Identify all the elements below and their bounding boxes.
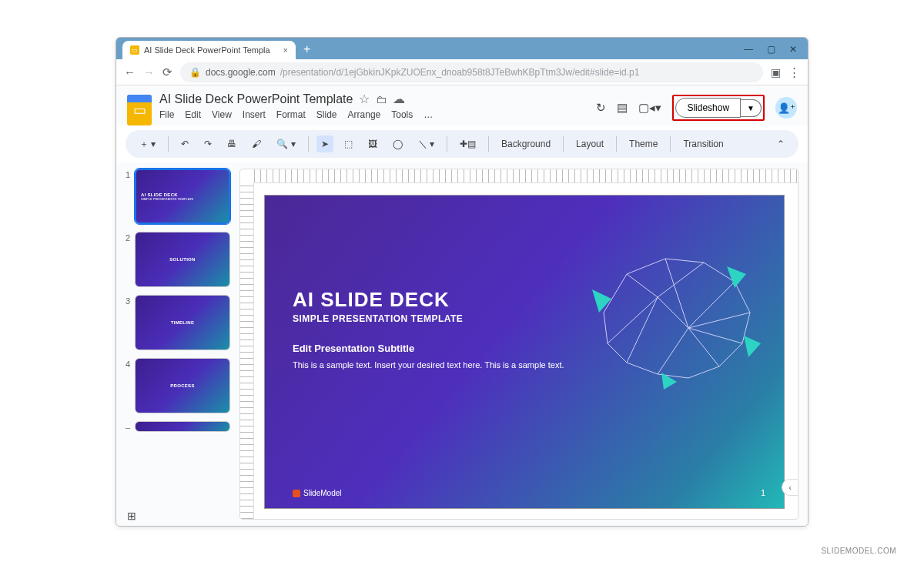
thumb-row: 4 PROCESS: [124, 358, 232, 413]
meet-icon[interactable]: ▢◂▾: [638, 101, 661, 115]
slide-subtitle[interactable]: SIMPLE PRESENTATION TEMPLATE: [293, 313, 583, 324]
slide-thumbnail-5[interactable]: [135, 421, 230, 432]
background-button[interactable]: Background: [497, 135, 555, 152]
bottom-bar: ⊞: [116, 506, 808, 526]
collapse-toolbar-icon[interactable]: ⌃: [772, 135, 789, 152]
slide-thumbnail-1[interactable]: AI SLIDE DECK SIMPLE PRESENTATION TEMPLA…: [135, 169, 230, 224]
menu-bar: File Edit View Insert Format Slide Arran…: [159, 109, 588, 120]
explore-button[interactable]: ‹: [782, 479, 798, 496]
watermark: SLIDEMODEL.COM: [821, 547, 896, 555]
maximize-icon[interactable]: ▢: [767, 44, 775, 55]
slideshow-highlight: Slideshow ▼: [672, 95, 765, 121]
minimize-icon[interactable]: —: [744, 44, 753, 55]
browser-tab[interactable]: ▭ AI Slide Deck PowerPoint Templa ×: [122, 41, 296, 59]
comment-icon[interactable]: ✚▤: [455, 135, 480, 152]
slideshow-dropdown[interactable]: ▼: [741, 99, 762, 117]
slide-body[interactable]: This is a sample text. Insert your desir…: [293, 359, 583, 372]
doc-title[interactable]: AI Slide Deck PowerPoint Template: [159, 92, 353, 106]
redo-icon[interactable]: ↷: [199, 135, 216, 152]
ruler-vertical: [240, 183, 254, 519]
chrome-window: ▭ AI Slide Deck PowerPoint Templa × + — …: [116, 37, 808, 527]
close-icon[interactable]: ✕: [789, 44, 797, 55]
menu-edit[interactable]: Edit: [185, 109, 201, 120]
menu-tools[interactable]: Tools: [391, 109, 413, 120]
cloud-icon[interactable]: ☁: [393, 92, 405, 106]
layout-button[interactable]: Layout: [571, 135, 608, 152]
forward-icon[interactable]: →: [143, 65, 155, 79]
doc-title-row: AI Slide Deck PowerPoint Template ☆ 🗀 ☁: [159, 92, 588, 106]
slide-edit-subtitle[interactable]: Edit Presentation Subtitle: [293, 343, 583, 354]
menu-more[interactable]: …: [424, 109, 433, 120]
new-slide-button[interactable]: ＋ ▾: [135, 135, 160, 154]
thumb-row: 2 SOLUTION: [124, 232, 232, 287]
url-host: docs.google.com: [206, 67, 276, 78]
lock-icon: 🔒: [189, 67, 201, 78]
reload-icon[interactable]: ⟳: [162, 65, 172, 79]
brain-graphic: [573, 236, 765, 397]
slide-footer: SlideModel: [293, 489, 341, 497]
zoom-icon[interactable]: 🔍 ▾: [272, 135, 300, 152]
transition-button[interactable]: Transition: [678, 135, 728, 152]
slide-title[interactable]: AI SLIDE DECK: [293, 288, 583, 312]
slide-thumbnail-2[interactable]: SOLUTION: [135, 232, 230, 287]
slideshow-button[interactable]: Slideshow: [675, 98, 741, 118]
comments-icon[interactable]: ▤: [617, 101, 628, 115]
back-icon[interactable]: ←: [124, 65, 136, 79]
install-icon[interactable]: ▣: [771, 66, 781, 79]
move-icon[interactable]: 🗀: [376, 93, 387, 105]
slides-logo-icon: ▭: [127, 95, 152, 125]
star-icon[interactable]: ☆: [359, 92, 370, 106]
thumb-number: 2: [124, 232, 130, 243]
svg-marker-1: [727, 266, 746, 288]
paint-format-icon[interactable]: 🖌: [247, 135, 266, 152]
ruler-horizontal: [254, 169, 798, 183]
thumb-row: 3 TIMELINE: [124, 295, 232, 350]
svg-marker-0: [592, 289, 611, 313]
menu-insert[interactable]: Insert: [243, 109, 266, 120]
slides-favicon: ▭: [130, 45, 139, 55]
history-icon[interactable]: ↻: [596, 101, 606, 115]
url-bar[interactable]: 🔒 docs.google.com/presentation/d/1ejGbki…: [180, 62, 763, 82]
menu-format[interactable]: Format: [276, 109, 306, 120]
svg-marker-2: [744, 336, 761, 357]
print-icon[interactable]: 🖶: [223, 135, 241, 152]
titlebar: ▭ AI Slide Deck PowerPoint Templa × + — …: [116, 38, 808, 59]
thumb-number: –: [124, 421, 130, 432]
slide-page-number: 1: [761, 488, 765, 497]
workspace: 1 AI SLIDE DECK SIMPLE PRESENTATION TEMP…: [116, 162, 808, 526]
menu-view[interactable]: View: [212, 109, 232, 120]
chrome-menu-icon[interactable]: ⋮: [788, 65, 800, 79]
toolbar: ＋ ▾ ↶ ↷ 🖶 🖌 🔍 ▾ ➤ ⬚ 🖼 ◯ ＼ ▾ ✚▤ Backgroun…: [126, 130, 798, 158]
textbox-icon[interactable]: ⬚: [340, 135, 357, 152]
thumb-number: 1: [124, 169, 130, 179]
thumb-row: 1 AI SLIDE DECK SIMPLE PRESENTATION TEMP…: [124, 169, 232, 224]
thumb-row: –: [124, 421, 232, 432]
slides-header: ▭ AI Slide Deck PowerPoint Template ☆ 🗀 …: [116, 85, 808, 125]
thumb-number: 3: [124, 295, 130, 306]
share-button[interactable]: 👤⁺: [775, 97, 797, 119]
shape-icon[interactable]: ◯: [388, 135, 407, 152]
undo-icon[interactable]: ↶: [176, 135, 193, 152]
window-controls: — ▢ ✕: [744, 44, 802, 55]
canvas-area: AI SLIDE DECK SIMPLE PRESENTATION TEMPLA…: [239, 169, 798, 520]
line-icon[interactable]: ＼ ▾: [413, 135, 439, 154]
theme-button[interactable]: Theme: [624, 135, 662, 152]
menu-file[interactable]: File: [159, 109, 174, 120]
slide-thumbnail-4[interactable]: PROCESS: [135, 358, 230, 413]
menu-arrange[interactable]: Arrange: [348, 109, 381, 120]
thumb-number: 4: [124, 358, 130, 369]
slide-canvas[interactable]: AI SLIDE DECK SIMPLE PRESENTATION TEMPLA…: [265, 196, 784, 508]
slide-text-block: AI SLIDE DECK SIMPLE PRESENTATION TEMPLA…: [293, 288, 583, 372]
menu-slide[interactable]: Slide: [316, 109, 337, 120]
close-tab-icon[interactable]: ×: [283, 45, 288, 55]
new-tab-button[interactable]: +: [303, 42, 310, 56]
tab-title: AI Slide Deck PowerPoint Templa: [144, 45, 279, 55]
thumbnail-panel[interactable]: 1 AI SLIDE DECK SIMPLE PRESENTATION TEMP…: [116, 162, 239, 520]
image-icon[interactable]: 🖼: [363, 135, 382, 152]
grid-view-icon[interactable]: ⊞: [127, 510, 136, 522]
svg-marker-3: [661, 373, 677, 390]
slide-thumbnail-3[interactable]: TIMELINE: [135, 295, 230, 350]
select-tool-icon[interactable]: ➤: [316, 135, 333, 152]
address-bar: ← → ⟳ 🔒 docs.google.com/presentation/d/1…: [116, 59, 808, 85]
url-path: /presentation/d/1ejGbkinJKpkZUOEnx_dnoab…: [280, 67, 640, 78]
